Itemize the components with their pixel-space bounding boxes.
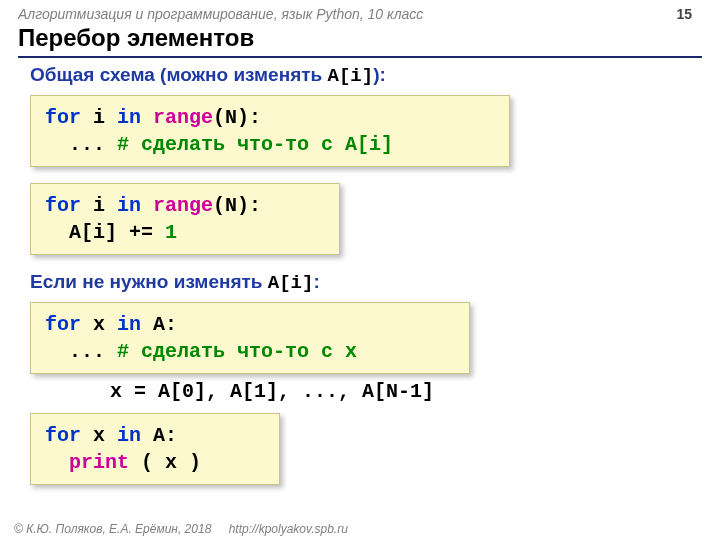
x-sequence-note: x = A[0], A[1], ..., A[N-1] — [110, 380, 690, 403]
kw-in: in — [117, 194, 141, 217]
code-block-1: for i in range(N): ... # сделать что-то … — [30, 95, 510, 167]
kw-print: print — [69, 451, 129, 474]
code-text: x — [81, 424, 117, 447]
code-text: (N): — [213, 106, 261, 129]
kw-for: for — [45, 424, 81, 447]
code-text: i — [81, 194, 117, 217]
section2-code: A[i] — [268, 272, 314, 294]
copyright: © К.Ю. Поляков, Е.А. Ерёмин, 2018 — [14, 522, 211, 536]
kw-range: range — [153, 194, 213, 217]
footer: © К.Ю. Поляков, Е.А. Ерёмин, 2018 http:/… — [14, 522, 348, 536]
code-comment: # сделать что-то c x — [117, 340, 357, 363]
code-text: A: — [141, 313, 177, 336]
code-text — [141, 106, 153, 129]
course-name: Алгоритмизация и программирование, язык … — [18, 6, 423, 22]
kw-for: for — [45, 313, 81, 336]
kw-in: in — [117, 424, 141, 447]
content-area: Общая схема (можно изменять A[i]): for i… — [0, 64, 720, 485]
code-number: 1 — [165, 221, 177, 244]
code-text — [141, 194, 153, 217]
code-text: A: — [141, 424, 177, 447]
header-bar: Алгоритмизация и программирование, язык … — [0, 0, 720, 24]
code-text: x — [81, 313, 117, 336]
footer-url: http://kpolyakov.spb.ru — [229, 522, 348, 536]
code-block-4: for x in A: print ( x ) — [30, 413, 280, 485]
page-number: 15 — [676, 6, 692, 22]
code-block-2: for i in range(N): A[i] += 1 — [30, 183, 340, 255]
kw-in: in — [117, 313, 141, 336]
code-text: i — [81, 106, 117, 129]
section1-heading: Общая схема (можно изменять A[i]): — [30, 64, 690, 87]
code-text: ... — [45, 133, 117, 156]
kw-for: for — [45, 194, 81, 217]
code-comment: # сделать что-то c A[i] — [117, 133, 393, 156]
section1-pre: Общая схема (можно изменять — [30, 64, 328, 85]
code-text: (N): — [213, 194, 261, 217]
section2-post: : — [313, 271, 319, 292]
code-text: ... — [45, 340, 117, 363]
title-divider: Перебор элементов — [18, 24, 702, 58]
section2-heading: Если не нужно изменять A[i]: — [30, 271, 690, 294]
page-title: Перебор элементов — [18, 24, 702, 52]
section1-post: ): — [373, 64, 386, 85]
section1-code: A[i] — [328, 65, 374, 87]
code-text: ( x ) — [129, 451, 201, 474]
code-block-3: for x in A: ... # сделать что-то c x — [30, 302, 470, 374]
kw-range: range — [153, 106, 213, 129]
kw-in: in — [117, 106, 141, 129]
section2-pre: Если не нужно изменять — [30, 271, 268, 292]
code-text — [45, 451, 69, 474]
code-text: A[i] += — [45, 221, 165, 244]
kw-for: for — [45, 106, 81, 129]
